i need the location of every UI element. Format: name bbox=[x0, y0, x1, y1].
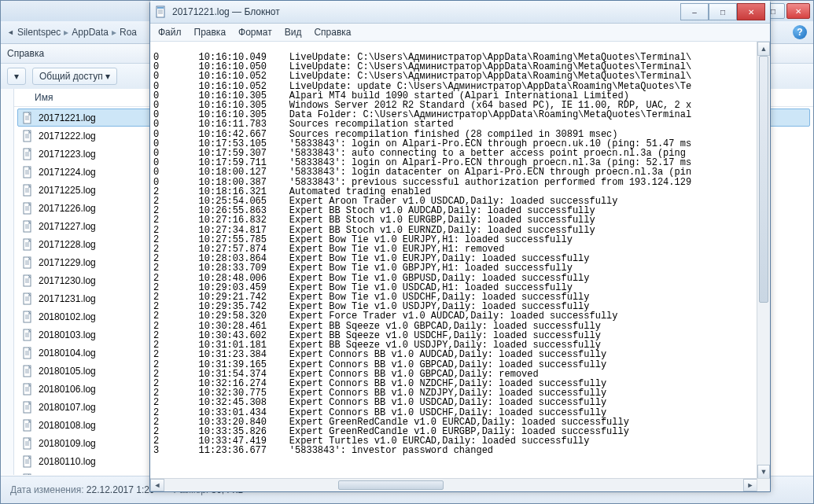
file-icon bbox=[21, 292, 34, 305]
file-name: 20180104.log bbox=[39, 348, 96, 359]
file-name: 20171228.log bbox=[39, 239, 96, 250]
file-name: 20171229.log bbox=[39, 257, 96, 268]
file-name: 20180103.log bbox=[39, 329, 96, 340]
file-name: 20171225.log bbox=[39, 185, 96, 196]
menu-view[interactable]: Вид bbox=[285, 27, 302, 38]
file-name: 20180113.log bbox=[39, 474, 96, 476]
file-name: 20171226.log bbox=[39, 203, 96, 214]
modified-value: 22.12.2017 1:29 bbox=[87, 484, 155, 495]
modified-label: Дата изменения: bbox=[10, 484, 84, 495]
file-name: 20180107.log bbox=[39, 402, 96, 413]
vertical-scrollbar[interactable]: ▲ ▼ bbox=[757, 42, 770, 479]
file-icon bbox=[21, 220, 34, 233]
file-icon bbox=[21, 148, 34, 160]
file-icon bbox=[21, 166, 34, 178]
file-name: 20171227.log bbox=[39, 221, 96, 232]
file-icon bbox=[21, 365, 34, 377]
close-button[interactable]: ✕ bbox=[737, 3, 765, 20]
file-icon bbox=[21, 329, 34, 341]
file-icon bbox=[21, 419, 34, 432]
file-name: 20180108.log bbox=[39, 420, 96, 431]
file-name: 20180102.log bbox=[39, 311, 96, 322]
maximize-button[interactable]: □ bbox=[709, 3, 737, 20]
scroll-thumb[interactable] bbox=[338, 480, 444, 490]
notepad-title: 20171221.log — Блокнот bbox=[172, 6, 280, 17]
horizontal-scrollbar[interactable]: ◄ ► bbox=[150, 478, 757, 491]
breadcrumb-item[interactable]: Roa bbox=[120, 27, 137, 38]
minimize-button[interactable]: – bbox=[680, 3, 709, 20]
menu-help[interactable]: Справка bbox=[314, 27, 351, 38]
file-icon bbox=[21, 473, 34, 476]
breadcrumb[interactable]: Silentspec▸ AppData▸ Roa bbox=[17, 27, 137, 38]
file-name: 20171231.log bbox=[39, 293, 96, 304]
file-name: 20171221.log bbox=[39, 112, 96, 123]
file-icon bbox=[21, 437, 34, 450]
file-name: 20171223.log bbox=[39, 149, 96, 160]
file-icon bbox=[21, 274, 34, 287]
file-icon bbox=[21, 347, 34, 359]
file-name: 20171224.log bbox=[39, 167, 96, 178]
scroll-corner bbox=[757, 478, 770, 491]
file-name: 20180106.log bbox=[39, 384, 96, 395]
log-text[interactable]: 0 10:16:10.049 LiveUpdate: C:\Users\Адми… bbox=[150, 51, 757, 469]
file-icon bbox=[21, 184, 34, 197]
file-icon bbox=[21, 455, 34, 468]
notepad-window-buttons: – □ ✕ bbox=[680, 3, 765, 20]
scroll-left-button[interactable]: ◄ bbox=[150, 479, 164, 491]
file-name: 20171222.log bbox=[39, 131, 96, 142]
chevron-left-icon: ◄ bbox=[7, 28, 14, 36]
scroll-down-button[interactable]: ▼ bbox=[757, 465, 770, 479]
menu-edit[interactable]: Правка bbox=[194, 27, 227, 38]
menu-help[interactable]: Справка bbox=[7, 48, 44, 59]
file-icon bbox=[21, 202, 34, 215]
breadcrumb-item[interactable]: AppData bbox=[72, 27, 109, 38]
notepad-client: 0 10:16:10.049 LiveUpdate: C:\Users\Адми… bbox=[150, 42, 770, 491]
notepad-icon bbox=[155, 6, 168, 18]
file-icon bbox=[21, 256, 34, 269]
file-icon bbox=[21, 112, 34, 124]
scroll-right-button[interactable]: ► bbox=[743, 479, 757, 491]
notepad-titlebar[interactable]: 20171221.log — Блокнот – □ ✕ bbox=[150, 1, 770, 24]
breadcrumb-item[interactable]: Silentspec bbox=[17, 27, 61, 38]
scroll-track[interactable] bbox=[164, 479, 743, 491]
scroll-up-button[interactable]: ▲ bbox=[757, 42, 770, 56]
file-icon bbox=[21, 401, 34, 414]
menu-file[interactable]: Файл bbox=[158, 27, 182, 38]
help-icon[interactable]: ? bbox=[793, 25, 807, 39]
file-name: 20171230.log bbox=[39, 275, 96, 286]
file-icon bbox=[21, 383, 34, 395]
close-button[interactable]: ✕ bbox=[786, 3, 810, 19]
scroll-thumb[interactable] bbox=[759, 56, 768, 303]
file-name: 20180109.log bbox=[39, 438, 96, 449]
notepad-menubar: Файл Правка Формат Вид Справка bbox=[150, 24, 770, 42]
file-icon bbox=[21, 311, 34, 323]
notepad-window: 20171221.log — Блокнот – □ ✕ Файл Правка… bbox=[149, 0, 771, 492]
nav-pane[interactable] bbox=[1, 89, 14, 475]
menu-format[interactable]: Формат bbox=[238, 27, 272, 38]
file-name: 20180105.log bbox=[39, 366, 96, 377]
file-icon bbox=[21, 238, 34, 251]
file-icon bbox=[21, 130, 34, 142]
file-name: 20180110.log bbox=[39, 456, 96, 467]
share-button[interactable]: Общий доступ ▾ bbox=[32, 68, 117, 85]
svg-rect-85 bbox=[157, 7, 164, 9]
scroll-track[interactable] bbox=[757, 56, 770, 465]
organize-button[interactable]: ▾ bbox=[7, 68, 26, 85]
